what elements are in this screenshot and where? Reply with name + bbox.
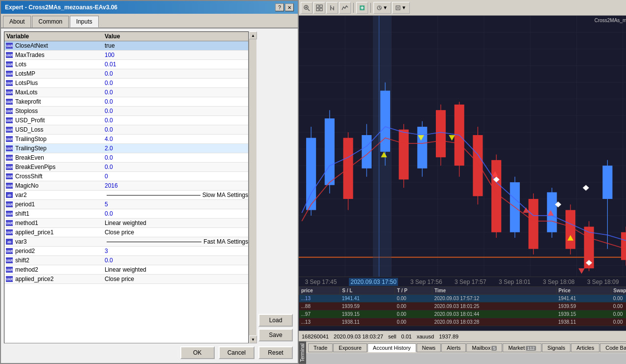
status-action: sell [388,334,397,339]
var-icon: VAR [4,107,14,115]
tab-signals[interactable]: Signals [542,343,570,352]
table-row[interactable]: VAR applied_price2 Close price [4,275,248,284]
table-row[interactable]: VAR applied_price1 Close price [4,228,248,237]
svg-rect-5 [320,5,322,7]
table-row[interactable]: VAR USD_Loss 0.0 [4,125,248,135]
table-row[interactable]: VAR method1 Linear weighted [4,219,248,228]
dialog-tabs: About Common Inputs [1,14,298,28]
toolbar-separator-1 [353,3,354,13]
var-value: 0.0 [103,98,248,105]
svg-rect-4 [316,5,319,7]
table-scroll[interactable]: VAR CloseAtNext true VAR MaxTrades 100 [4,41,248,343]
table-row[interactable]: VAR CloseAtNext true [4,41,248,51]
table-row[interactable]: VAR MaxTrades 100 [4,51,248,60]
tab-news[interactable]: News [417,343,441,352]
scrollbar[interactable]: ▲ ▼ [249,31,256,343]
save-button[interactable]: Save [258,329,293,341]
var-name: method2 [14,266,103,273]
table-row[interactable]: VAR Lots 0.01 [4,60,248,69]
table-row[interactable]: ...97 1939.15 0.00 2020.09.03 18:01:44 1… [299,310,626,318]
bottom-tabs: Trade Exposure Account History News Aler… [306,341,626,353]
table-row[interactable]: VAR TrailingStep 2.0 [4,144,248,153]
terminal-label: Terminal [299,341,306,364]
var-value: 0.0 [103,164,248,170]
tab-articles[interactable]: Articles [571,343,599,352]
table-row[interactable]: VAR CrossShift 0 [4,172,248,181]
table-row[interactable]: VAR Stoploss 0.0 [4,107,248,116]
table-row[interactable]: ...13 1941.41 0.00 2020.09.03 17:57:12 1… [299,295,626,303]
dialog-titlebar: Expert - Cross2MAs_mezoanas-EAv3.06 ? ✕ [1,1,298,14]
help-button[interactable]: ? [275,3,284,11]
table-row[interactable]: VAR shift1 0.0 [4,209,248,219]
close-button[interactable]: ✕ [285,3,294,11]
var-icon: VAR [4,51,14,59]
svg-rect-51 [325,118,335,185]
var-name: period2 [14,248,103,254]
table-row[interactable]: VAR LotsMP 0.0 [4,69,248,79]
table-row[interactable]: ...88 1939.59 0.00 2020.09.03 18:01:25 1… [299,303,626,310]
zoom-in-button[interactable] [301,2,313,14]
svg-rect-81 [602,166,612,199]
cancel-button[interactable]: Cancel [219,346,255,359]
table-row[interactable]: VAR BreakEvenPips 0.0 [4,163,248,172]
tab-account-history[interactable]: Account History [368,343,416,352]
table-row[interactable]: VAR USD_Profit 0.0 [4,116,248,125]
var-value: Linear weighted [103,220,248,226]
mailbox-badge: 5 [491,346,497,351]
tab-mailbox[interactable]: Mailbox5 [466,343,502,352]
grid-button[interactable] [313,2,325,14]
table-row[interactable]: VAR period2 3 [4,247,248,256]
table-row[interactable]: VAR method2 Linear weighted [4,265,248,275]
var-value: Fast MA Settings [103,238,248,245]
table-header: Variable Value [4,32,248,41]
tab-common[interactable]: Common [32,16,69,28]
status-price: 1937.89 [439,334,458,339]
cell-price-in: ...13 [299,318,340,326]
chart-type-bar[interactable] [326,2,338,14]
tab-code-base[interactable]: Code Base [600,343,626,352]
table-row[interactable]: VAR shift2 0.0 [4,256,248,265]
status-bar: 168260041 2020.09.03 18:03:27 sell 0.01 … [299,331,626,341]
var-name: TrailingStep [14,145,103,152]
var-name: BreakEven [14,154,103,161]
ok-button[interactable]: OK [180,346,215,359]
template-button[interactable]: ▼ [392,2,410,14]
cell-price: 1938.11 [556,318,611,326]
var-name: MagicNo [14,182,103,189]
table-row[interactable]: VAR MaxLots 0.0 [4,88,248,97]
chart-toolbar: ▼ ▼ ◀ ▶ [299,0,626,16]
reset-button[interactable]: Reset [258,346,293,359]
table-row[interactable]: VAR Takeprofit 0.0 [4,97,248,107]
tab-trade[interactable]: Trade [308,343,333,352]
market-badge: 112 [526,346,536,351]
chart-type-line[interactable] [339,2,351,14]
table-row[interactable]: VAR TrailingStop 4.0 [4,135,248,144]
col-sl: S / L [340,287,395,295]
var-name: shift1 [14,210,103,217]
timeframe-button[interactable]: ▼ [373,2,391,14]
table-row[interactable]: VAR MagicNo 2016 [4,181,248,191]
var-value: 0.0 [103,126,248,133]
scroll-down-arrow[interactable]: ▼ [249,336,257,343]
table-row[interactable]: VAR LotsPlus 0.0 [4,79,248,88]
table-row[interactable]: VAR BreakEven 0.0 [4,153,248,163]
tab-exposure[interactable]: Exposure [333,343,367,352]
table-row[interactable]: ...13 1938.11 0.00 2020.09.03 18:03:28 1… [299,318,626,326]
scroll-up-arrow[interactable]: ▲ [249,31,257,39]
dialog-content: Variable Value VAR CloseAtNext true [1,28,298,363]
tab-inputs[interactable]: Inputs [70,16,99,28]
table-row[interactable]: VAR period1 5 [4,200,248,209]
tab-market[interactable]: Market112 [503,343,541,352]
var-value: 5 [103,201,248,208]
tab-alerts[interactable]: Alerts [441,343,466,352]
var-icon: VAR [4,228,14,237]
var-icon: VAR [4,256,14,265]
var-value: 2.0 [103,145,248,152]
load-button[interactable]: Load [258,314,293,327]
col-header-value: Value [105,33,246,40]
var-icon: ab [4,191,14,199]
var-name: MaxLots [14,89,103,96]
tab-about[interactable]: About [3,16,31,28]
trade-table: price S / L T / P Time Price Swap Profit… [299,286,626,326]
new-order-button[interactable] [356,2,368,14]
